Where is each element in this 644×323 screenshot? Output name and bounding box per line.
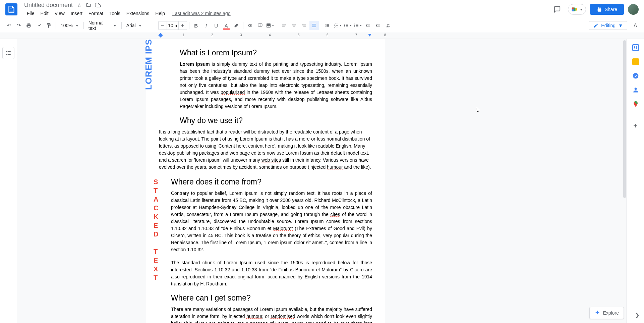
- svg-rect-1: [572, 8, 574, 10]
- style-select[interactable]: Normal text▼: [86, 21, 119, 30]
- heading-where-get[interactable]: Where can I get some?: [171, 293, 372, 303]
- font-select[interactable]: Arial▼: [124, 21, 154, 30]
- line-spacing-button[interactable]: [323, 21, 333, 30]
- header-bar: Untitled document ☆ File Edit View Inser…: [0, 0, 644, 19]
- highlight-button[interactable]: [232, 21, 241, 30]
- svg-rect-2: [572, 9, 574, 11]
- account-avatar[interactable]: [628, 4, 639, 15]
- scrollbar[interactable]: [623, 39, 627, 323]
- indent-marker-left[interactable]: [158, 33, 163, 38]
- heading-where-from[interactable]: Where does it come from?: [171, 177, 372, 186]
- svg-point-5: [344, 25, 345, 26]
- font-size-value[interactable]: 10.5: [167, 21, 179, 30]
- document-title[interactable]: Untitled document: [24, 2, 73, 9]
- add-on-button[interactable]: +: [632, 122, 639, 129]
- side-panel-expand-icon[interactable]: ❯: [635, 312, 639, 318]
- italic-button[interactable]: I: [201, 21, 211, 30]
- undo-button[interactable]: ↶: [4, 21, 13, 30]
- meet-button[interactable]: ▼: [568, 4, 586, 15]
- outline-toggle-button[interactable]: [2, 47, 14, 59]
- side-panel: 31 +: [627, 39, 644, 323]
- svg-point-6: [344, 26, 345, 28]
- numbered-list-button[interactable]: ▼: [353, 21, 363, 30]
- rotated-text[interactable]: LOREM IPSUM: [143, 39, 154, 90]
- calendar-icon[interactable]: 31: [632, 44, 639, 51]
- bold-button[interactable]: B: [191, 21, 201, 30]
- paragraph-5[interactable]: There are many variations of passages of…: [171, 306, 372, 323]
- mouse-cursor: [476, 107, 480, 113]
- align-left-button[interactable]: [279, 21, 289, 30]
- cloud-status-icon[interactable]: [95, 2, 101, 8]
- checklist-button[interactable]: ▼: [333, 21, 343, 30]
- font-size-decrease[interactable]: −: [159, 22, 167, 29]
- spellcheck-button[interactable]: [34, 21, 44, 30]
- indent-marker-right[interactable]: [368, 34, 371, 37]
- menu-edit[interactable]: Edit: [38, 9, 51, 17]
- align-right-button[interactable]: [299, 21, 309, 30]
- svg-point-7: [633, 73, 638, 79]
- menu-format[interactable]: Format: [86, 9, 106, 17]
- tasks-icon[interactable]: [632, 72, 639, 79]
- paragraph-2[interactable]: It is a long established fact that a rea…: [159, 128, 372, 171]
- editing-mode-select[interactable]: Editing ▼: [589, 21, 627, 30]
- heading-what-is[interactable]: What is Lorem Ipsum?: [180, 48, 372, 57]
- paint-format-button[interactable]: [44, 21, 54, 30]
- keep-icon[interactable]: [632, 58, 639, 65]
- explore-button[interactable]: Explore: [589, 307, 624, 319]
- svg-point-8: [634, 88, 637, 90]
- menu-insert[interactable]: Insert: [68, 9, 85, 17]
- comment-button[interactable]: [255, 21, 265, 30]
- document-canvas[interactable]: LOREM IPSUM What is Lorem Ipsum? Lorem I…: [17, 39, 627, 323]
- menu-view[interactable]: View: [52, 9, 67, 17]
- decrease-indent-button[interactable]: [363, 21, 373, 30]
- docs-logo[interactable]: [5, 3, 17, 15]
- toolbar: ↶ ↷ 100%▼ Normal text▼ Arial▼ − 10.5 + B…: [0, 19, 644, 32]
- increase-indent-button[interactable]: [373, 21, 383, 30]
- paragraph-3[interactable]: Contrary to popular belief, Lorem Ipsum …: [171, 190, 372, 253]
- paragraph-4[interactable]: The standard chunk of Lorem Ipsum used s…: [171, 259, 372, 287]
- align-justify-button[interactable]: [309, 21, 319, 30]
- share-button[interactable]: Share: [590, 4, 624, 15]
- heading-why[interactable]: Why do we use it?: [180, 116, 372, 125]
- maps-icon[interactable]: [632, 101, 639, 107]
- star-icon[interactable]: ☆: [76, 2, 82, 8]
- print-button[interactable]: [24, 21, 34, 30]
- contacts-icon[interactable]: [632, 87, 639, 93]
- ruler[interactable]: 1 2 3 4 5 6 7 8: [0, 32, 644, 39]
- image-button[interactable]: ▼: [266, 21, 275, 30]
- last-edit-link[interactable]: Last edit was 2 minutes ago: [172, 11, 231, 16]
- menu-bar: File Edit View Insert Format Tools Exten…: [24, 9, 550, 17]
- side-panel-divider: [632, 115, 640, 115]
- paragraph-1[interactable]: Lorem Ipsum is simply dummy text of the …: [180, 61, 372, 110]
- align-center-button[interactable]: [289, 21, 299, 30]
- svg-point-4: [344, 24, 345, 25]
- bulleted-list-button[interactable]: ▼: [343, 21, 353, 30]
- stacked-text[interactable]: S T A C K E D T E X T: [154, 177, 158, 282]
- zoom-select[interactable]: 100%▼: [58, 21, 81, 30]
- move-icon[interactable]: [85, 2, 92, 8]
- link-button[interactable]: [245, 21, 255, 30]
- menu-file[interactable]: File: [24, 9, 37, 17]
- collapse-toolbar-button[interactable]: ᐱ: [631, 21, 640, 30]
- redo-button[interactable]: ↷: [14, 21, 23, 30]
- font-size-control: − 10.5 +: [158, 21, 187, 30]
- page[interactable]: LOREM IPSUM What is Lorem Ipsum? Lorem I…: [146, 39, 385, 323]
- clear-formatting-button[interactable]: [384, 21, 393, 30]
- comments-history-icon[interactable]: [550, 3, 564, 16]
- text-color-button[interactable]: A: [222, 21, 231, 30]
- font-size-increase[interactable]: +: [179, 22, 187, 29]
- underline-button[interactable]: U: [212, 21, 221, 30]
- menu-help[interactable]: Help: [153, 9, 168, 17]
- menu-tools[interactable]: Tools: [107, 9, 123, 17]
- menu-extensions[interactable]: Extensions: [124, 9, 152, 17]
- share-label: Share: [605, 7, 617, 12]
